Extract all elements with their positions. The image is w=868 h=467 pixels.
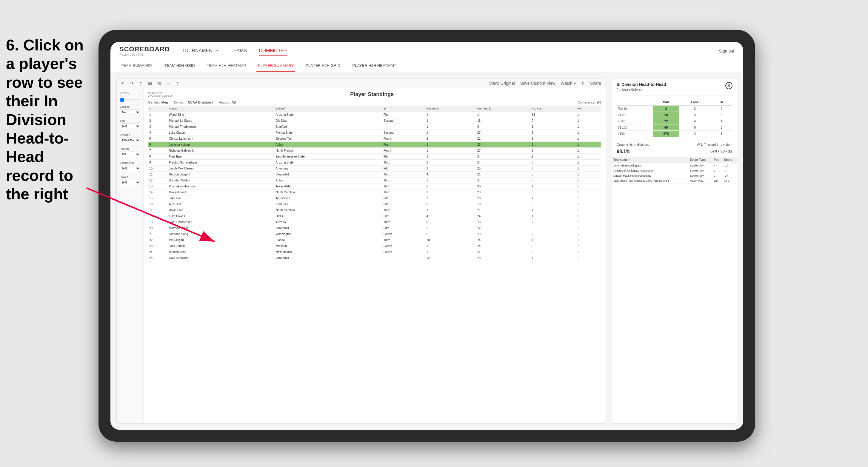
cell-yr: First: [382, 213, 425, 219]
player-filter-select[interactable]: (All): [120, 180, 140, 185]
cell-rds: 0: [530, 201, 576, 208]
cell-reg: 6: [425, 184, 476, 189]
nav-tournaments[interactable]: TOURNAMENTS: [182, 46, 218, 56]
table-row[interactable]: 21 Taehoon Song Washington Fourth 6 23 2…: [148, 231, 601, 237]
cell-player: Phichaksn Maichon: [168, 184, 275, 189]
standings-table: # Player School Yr Reg Rank Conf Rank No…: [144, 106, 606, 424]
tab-player-h2h-heatmap[interactable]: PLAYER H2H HEATMAP: [351, 60, 397, 72]
table-row[interactable]: 3 Michael Thorbjornsen Stanford 1 8 1 1: [148, 124, 601, 130]
no-rds-max: 6: [139, 95, 140, 98]
table-row[interactable]: 22 Ian Gilligan Florida Third 10 24 1 1: [148, 237, 601, 243]
cell-player: Mats Ege: [168, 154, 275, 160]
tab-team-summary[interactable]: TEAM SUMMARY: [119, 60, 154, 72]
table-row[interactable]: 25 Cole Sherwood Vanderbilt 12 23 1 1: [148, 255, 601, 261]
tournament-row[interactable]: Fallan Oak Collegiate Invitational Strok…: [612, 168, 737, 174]
cell-reg: 3: [425, 189, 476, 195]
tournament-row[interactable]: SEC Match Play hosted by Jerry Pate Roun…: [612, 179, 737, 184]
nav-teams[interactable]: TEAMS: [230, 46, 247, 56]
tab-team-h2h-grid[interactable]: TEAM H2H GRID: [163, 60, 196, 72]
table-row[interactable]: 10 Jacob Mox Olesen Arkansas Fifth 3 25 …: [148, 166, 601, 172]
cell-reg: 3: [425, 166, 476, 172]
cell-player: Preston Summerhays: [168, 160, 275, 166]
division-filter-select[interactable]: NCAA Division I: [120, 137, 140, 143]
cell-player: Luke Powell: [168, 213, 275, 219]
share-button[interactable]: Share: [589, 80, 602, 86]
view-original-button[interactable]: View: Original: [488, 80, 516, 86]
reset-button[interactable]: ↻: [137, 80, 144, 86]
cell-reg: 1: [425, 249, 476, 255]
table-row[interactable]: 6 Jackson Koivun Auburn First 1 25 1 1: [148, 142, 601, 148]
cell-num: 21: [148, 231, 168, 237]
col-conf-rank: Conf Rank: [476, 106, 530, 112]
cell-conf: 24: [476, 237, 530, 243]
standings-table-body: 1 Wenyi Ding Arizona State First 1 1 14 …: [148, 112, 601, 261]
nav-committee[interactable]: COMMITTEE: [259, 46, 287, 56]
h2h-row: >100 578 11 1: [617, 131, 733, 137]
cell-school: Auburn: [275, 178, 382, 184]
table-row[interactable]: 4 Luke Claton Florida State Second 1 27 …: [148, 130, 601, 136]
table-row[interactable]: 18 Luke Powell UCLA First 4 24 1 1: [148, 213, 601, 219]
table-row[interactable]: 17 David Ford North Carolina Third 1 21 …: [148, 208, 601, 213]
cell-conf: 25: [476, 166, 530, 172]
region-filter-select[interactable]: N/A: [120, 152, 140, 157]
tournament-name: Mirabel Maui Jim Intercollegiate: [612, 174, 689, 179]
no-rds-slider[interactable]: [120, 99, 140, 100]
col-win: Win: [576, 106, 601, 112]
copy-button[interactable]: ▦: [147, 80, 153, 86]
refresh-button[interactable]: ↻: [175, 80, 181, 86]
tab-team-h2h-heatmap[interactable]: TEAM H2H HEATMAP: [205, 60, 247, 72]
table-row[interactable]: 11 Gordon Sargent Vanderbilt Third 4 21 …: [148, 172, 601, 178]
tournament-row[interactable]: Amer Ari Intercollegiate Stroke Play 4 -…: [612, 163, 737, 168]
tournament-name: Amer Ari Intercollegiate: [612, 163, 689, 168]
h2h-cell-win: 22: [653, 118, 679, 124]
paste-button[interactable]: ▧: [156, 80, 163, 86]
cell-win: 1: [576, 213, 601, 219]
table-row[interactable]: 1 Wenyi Ding Arizona State First 1 1 14 …: [148, 112, 601, 118]
table-row[interactable]: 13 Phichaksn Maichon Texas A&M Third 6 3…: [148, 184, 601, 189]
cell-reg: 1: [425, 178, 476, 184]
table-row[interactable]: 14 Maxwell Ford North Carolina Third 3 2…: [148, 189, 601, 195]
cell-reg: 2: [425, 136, 476, 142]
tournament-row[interactable]: Mirabel Maui Jim Intercollegiate Stroke …: [612, 174, 737, 179]
table-row[interactable]: 23 Jack Lundin Missouri Fourth 11 24 0 1: [148, 243, 601, 249]
table-row[interactable]: 2 Michael La Sasso Ole Miss Second 1 18 …: [148, 118, 601, 124]
cell-reg: 3: [425, 225, 476, 231]
h2h-close-button[interactable]: ✕: [725, 82, 733, 89]
cell-player: Christo Lamprecht: [168, 136, 275, 142]
sign-out-button[interactable]: Sign out: [719, 49, 734, 54]
table-row[interactable]: 8 Mats Ege East Tennessee State Fifth 1 …: [148, 154, 601, 160]
cell-num: 14: [148, 189, 168, 195]
cell-win: 1: [576, 237, 601, 243]
redo-button[interactable]: ↷: [129, 80, 135, 86]
cell-school: North Carolina: [275, 208, 382, 213]
table-row[interactable]: 12 Brendan Valdes Auburn Third 1 27 0 1: [148, 178, 601, 184]
table-row[interactable]: 9 Preston Summerhays Arizona State Third…: [148, 160, 601, 166]
watch-button[interactable]: Watch ▾: [559, 80, 577, 86]
export-button[interactable]: ⇓: [580, 80, 586, 86]
table-row[interactable]: 16 Alex Goff Kentucky Fifth 8 19 0 1: [148, 201, 601, 208]
cell-player: Michael La Sasso: [168, 118, 275, 124]
table-row[interactable]: 24 Bastien Amat New Mexico Fourth 1 27 2…: [148, 249, 601, 255]
table-row[interactable]: 15 Jake Hall Tennessee Fifth 1 20 1 1: [148, 195, 601, 201]
table-row[interactable]: 20 Matthew Riedel Vanderbilt Fifth 3 22 …: [148, 225, 601, 231]
gender-pill-value: Men: [161, 100, 168, 104]
undo-button[interactable]: ↶: [120, 80, 126, 86]
tab-player-h2h-grid[interactable]: PLAYER H2H GRID: [304, 60, 342, 72]
table-row[interactable]: 7 Nicholas Gabrelcik North Florida Fourt…: [148, 148, 601, 154]
gender-filter-select[interactable]: Men: [120, 110, 140, 115]
save-custom-button[interactable]: Save Custom View: [519, 80, 557, 86]
table-row[interactable]: 19 Tiger Christensen Arizona Third 8 23 …: [148, 219, 601, 225]
cell-school: Arizona: [275, 219, 382, 225]
conference-filter-select[interactable]: (All): [120, 166, 140, 171]
table-row[interactable]: 5 Christo Lamprecht Georgia Tech Fourth …: [148, 136, 601, 142]
year-filter-select[interactable]: (All): [120, 124, 140, 129]
more-button[interactable]: ⋯: [165, 80, 172, 86]
tablet-screen: SCOREBOARD Powered by clippi TOURNAMENTS…: [111, 42, 743, 430]
no-rds-label: No Rds.: [120, 92, 129, 95]
cell-school: Vanderbilt: [275, 225, 382, 231]
cell-conf: 23: [476, 219, 530, 225]
tab-player-summary[interactable]: PLAYER SUMMARY: [256, 60, 295, 72]
cell-school: Vanderbilt: [275, 255, 382, 261]
filter-player-group: Player (All): [120, 176, 140, 185]
h2h-row: 11-25 20 9 5: [617, 112, 733, 118]
